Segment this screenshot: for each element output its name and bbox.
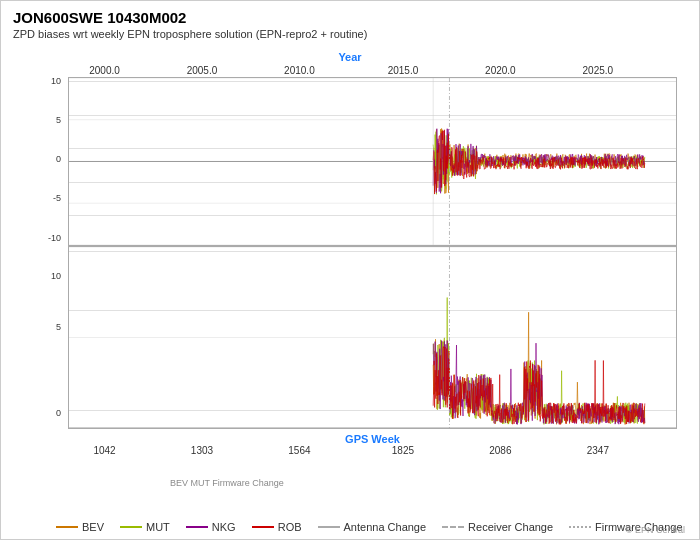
upper-chart-svg: [69, 78, 676, 245]
year-label: Year: [338, 51, 361, 63]
x-tick-top: 2015.0: [388, 65, 419, 76]
x-tick-bottom: 2347: [587, 445, 609, 456]
legend-line: [318, 526, 340, 528]
legend: BEVMUTNKGROBAntenna ChangeReceiver Chang…: [56, 521, 683, 533]
x-tick-top: 2010.0: [284, 65, 315, 76]
x-axis-top: 2000.02005.02010.02015.02020.02025.0: [68, 65, 677, 77]
chart-area: Year 2000.02005.02010.02015.02020.02025.…: [13, 51, 687, 459]
legend-item: Receiver Change: [442, 521, 553, 533]
legend-item: MUT: [120, 521, 170, 533]
gps-week-label: GPS Week: [68, 433, 677, 445]
legend-line: [252, 526, 274, 528]
x-tick-bottom: 1042: [93, 445, 115, 456]
main-container: JON600SWE 10430M002 ZPD biases wrt weekl…: [0, 0, 700, 540]
copyright: © EPN Central: [626, 525, 685, 535]
legend-line: [120, 526, 142, 528]
lower-chart-svg: [69, 247, 676, 428]
title-area: JON600SWE 10430M002 ZPD biases wrt weekl…: [13, 9, 367, 40]
legend-item: Antenna Change: [318, 521, 427, 533]
lower-chart: [68, 246, 677, 429]
legend-item: BEV: [56, 521, 104, 533]
legend-label: ROB: [278, 521, 302, 533]
legend-item: NKG: [186, 521, 236, 533]
x-tick-bottom: 1564: [288, 445, 310, 456]
legend-label: BEV: [82, 521, 104, 533]
x-tick-top: 2000.0: [89, 65, 120, 76]
x-tick-bottom: 1825: [392, 445, 414, 456]
legend-line: [186, 526, 208, 528]
legend-line: [569, 526, 591, 528]
legend-line: [442, 526, 464, 528]
x-tick-top: 2025.0: [583, 65, 614, 76]
legend-label: NKG: [212, 521, 236, 533]
x-axis-bottom: 104213031564182520862347: [68, 445, 677, 457]
legend-label: Antenna Change: [344, 521, 427, 533]
firmware-change-label: BEV MUT Firmware Change: [170, 478, 284, 488]
main-title: JON600SWE 10430M002: [13, 9, 367, 26]
charts-container: [13, 77, 687, 429]
subtitle: ZPD biases wrt weekly EPN troposphere so…: [13, 28, 367, 40]
legend-line: [56, 526, 78, 528]
x-tick-bottom: 1303: [191, 445, 213, 456]
x-tick-bottom: 2086: [489, 445, 511, 456]
legend-label: Receiver Change: [468, 521, 553, 533]
x-tick-top: 2020.0: [485, 65, 516, 76]
upper-chart: [68, 77, 677, 246]
legend-item: ROB: [252, 521, 302, 533]
legend-label: MUT: [146, 521, 170, 533]
x-tick-top: 2005.0: [187, 65, 218, 76]
